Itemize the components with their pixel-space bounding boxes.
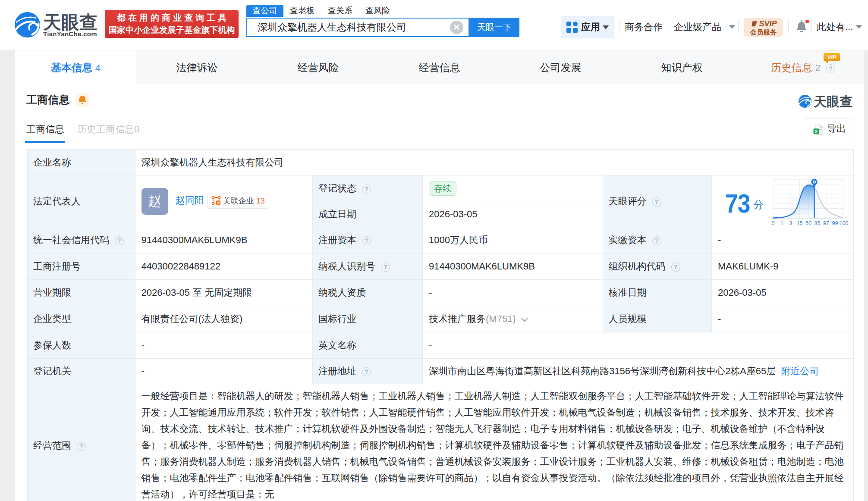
svg-text:3: 3 bbox=[789, 220, 793, 226]
svg-text:100: 100 bbox=[840, 220, 849, 226]
svg-text:85: 85 bbox=[815, 220, 821, 226]
svg-text:99: 99 bbox=[832, 220, 838, 226]
svg-text:1: 1 bbox=[780, 220, 783, 226]
svg-text:0: 0 bbox=[772, 220, 775, 226]
svg-text:97: 97 bbox=[823, 220, 829, 226]
svg-text:天眼查: 天眼查 bbox=[813, 94, 852, 108]
svg-text:15: 15 bbox=[797, 220, 803, 226]
svg-text:X: X bbox=[815, 129, 818, 134]
svg-text:50: 50 bbox=[805, 220, 811, 226]
svg-text:企: 企 bbox=[217, 201, 220, 205]
